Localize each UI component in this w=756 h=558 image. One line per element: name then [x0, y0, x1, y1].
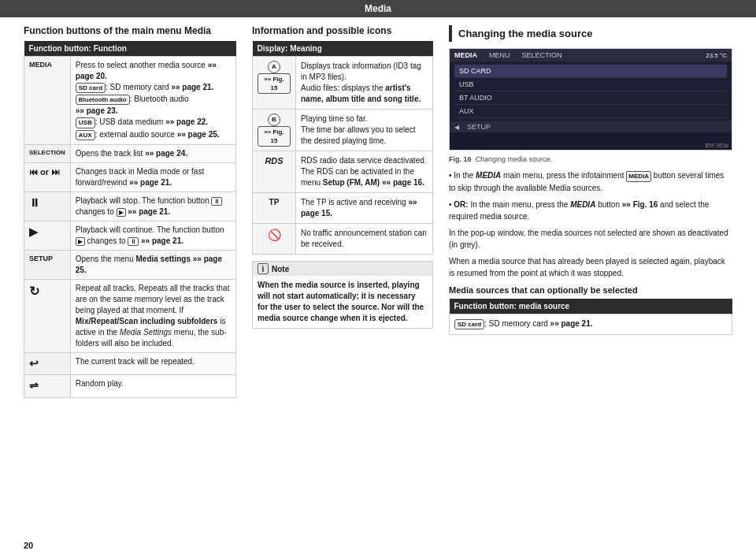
table-row: ↻ Repeat all tracks. Repeats all the tra… [24, 279, 236, 352]
display-desc-a: Displays track information (ID3 tag in M… [296, 57, 433, 110]
content-area: Function buttons of the main menu Media … [0, 25, 756, 398]
media-source-sdcard: SD card: SD memory card »» page 21. [450, 314, 732, 335]
btn-repeat-single-desc: The current track will be repeated. [70, 352, 235, 375]
function-table-header: Function button: Function [24, 41, 236, 57]
page-number: 20 [24, 541, 33, 550]
btn-prevnext-desc: Changes track in Media mode or fast forw… [70, 162, 235, 192]
media-screenshot: MEDIA MENU SELECTION 23.5 °C SD CARD USB… [449, 48, 732, 151]
btn-repeat-desc: Repeat all tracks. Repeats all the track… [70, 279, 235, 352]
table-row: ⏸ Playback will stop. The function butto… [24, 192, 236, 221]
btn-selection-label: SELECTION [24, 144, 71, 162]
ms-list-item-btaudio[interactable]: BT AUDIO [454, 91, 727, 105]
display-desc-rds: RDS radio data service deactivated. The … [296, 151, 433, 193]
display-icon-rds: RDS [253, 151, 296, 193]
display-icon-b: B »» Fig. 15 [253, 110, 296, 151]
right-section-title: Changing the media source [449, 25, 732, 42]
table-row: ↩ The current track will be repeated. [24, 352, 236, 375]
ms-body: SD CARD USB BT AUDIO AUX [450, 61, 732, 121]
body-para-1: • In the MEDIA main menu, press the info… [449, 169, 732, 194]
btn-play-label: ▶ [24, 221, 71, 250]
temperature-display: 23.5 °C [706, 52, 727, 59]
btn-media-label: MEDIA [24, 57, 71, 145]
display-desc-tp: The TP is active and receiving »» page 1… [296, 193, 433, 224]
btn-setup-desc: Opens the menu Media settings »» page 25… [70, 250, 235, 279]
note-title: Note [272, 265, 289, 273]
btn-repeat-single-label: ↩ [24, 352, 71, 375]
ms-list-item-usb[interactable]: USB [454, 78, 727, 91]
ms-back-btn[interactable]: ◀ [454, 124, 459, 131]
ms-menu-items: MEDIA MENU SELECTION [454, 51, 562, 59]
page-header: Media [0, 0, 756, 17]
right-column: Changing the media source MEDIA MENU SEL… [449, 25, 732, 398]
display-table-header: Display: Meaning [253, 41, 433, 57]
ms-setup-btn[interactable]: SETUP [467, 123, 491, 131]
btn-pause-label: ⏸ [24, 192, 71, 221]
header-title: Media [365, 3, 391, 14]
table-row: SELECTION Opens the track list »» page 2… [24, 144, 236, 162]
ms-menu-menu[interactable]: MENU [489, 51, 510, 59]
setup-label: SETUP [467, 123, 491, 131]
fig-id: B5F.063a [705, 143, 728, 148]
table-row: B »» Fig. 15 Playing time so far. The ti… [253, 110, 433, 151]
btn-shuffle-desc: Random play. [70, 375, 235, 398]
display-icon-no-traffic: 🚫 [253, 224, 296, 255]
btn-repeat-label: ↻ [24, 279, 71, 352]
media-sources-subheading: Media sources that can optionally be sel… [449, 285, 732, 295]
table-row: 🚫 No traffic announcement station can be… [253, 224, 433, 255]
display-desc-b: Playing time so far. The time bar allows… [296, 110, 433, 151]
left-column: Function buttons of the main menu Media … [24, 25, 236, 398]
note-header: i Note [253, 262, 432, 276]
table-row: ⏮ or ⏭ Changes track in Media mode or fa… [24, 162, 236, 192]
table-row: ▶ Playback will continue. The function b… [24, 221, 236, 250]
middle-section-title: Information and possible icons [252, 25, 433, 36]
media-source-table-header: Function button: media source [450, 299, 732, 314]
btn-selection-desc: Opens the track list »» page 24. [70, 144, 235, 162]
note-icon: i [258, 263, 269, 274]
table-row: SD card: SD memory card »» page 21. [450, 314, 732, 335]
btn-pause-desc: Playback will stop. The function button … [70, 192, 235, 221]
ms-bottom-bar: ◀ SETUP [450, 121, 732, 132]
note-body: When the media source is inserted, playi… [253, 276, 432, 328]
back-arrow-icon: ◀ [454, 124, 459, 131]
btn-shuffle-label: ⇌ [24, 375, 71, 398]
media-source-table: Function button: media source SD card: S… [449, 299, 732, 335]
btn-play-desc: Playback will continue. The function but… [70, 221, 235, 250]
body-para-4: When a media source that has already bee… [449, 255, 732, 279]
function-table: Function button: Function MEDIA Press to… [24, 41, 236, 398]
ms-menu-media[interactable]: MEDIA [454, 51, 477, 59]
ms-list-item-aux[interactable]: AUX [454, 105, 727, 118]
table-row: MEDIA Press to select another media sour… [24, 57, 236, 145]
ms-menu-selection[interactable]: SELECTION [522, 51, 562, 59]
btn-prevnext-label: ⏮ or ⏭ [24, 162, 71, 192]
ms-top-bar: MEDIA MENU SELECTION 23.5 °C [450, 49, 732, 61]
fig-caption: Fig. 16 Changing media source. [449, 155, 732, 163]
btn-setup-label: SETUP [24, 250, 71, 279]
table-row: RDS RDS radio data service deactivated. … [253, 151, 433, 193]
table-row: ⇌ Random play. [24, 375, 236, 398]
btn-media-desc: Press to select another media source »» … [70, 57, 235, 145]
body-para-3: In the pop-up window, the media sources … [449, 227, 732, 251]
display-icon-a: A »» Fig. 15 [253, 57, 296, 110]
table-row: TP The TP is active and receiving »» pag… [253, 193, 433, 224]
display-table: Display: Meaning A »» Fig. 15 Displays t… [252, 41, 433, 255]
page-container: Media Function buttons of the main menu … [0, 0, 756, 558]
middle-column: Information and possible icons Display: … [252, 25, 433, 398]
ms-list-item-sdcard[interactable]: SD CARD [454, 65, 727, 78]
display-desc-no-traffic: No traffic announcement station can be r… [296, 224, 433, 255]
left-section-title: Function buttons of the main menu Media [24, 25, 236, 36]
display-icon-tp: TP [253, 193, 296, 224]
body-para-2: • OR: In the main menu, press the MEDIA … [449, 199, 732, 222]
table-row: SETUP Opens the menu Media settings »» p… [24, 250, 236, 279]
note-box: i Note When the media source is inserted… [252, 261, 433, 329]
table-row: A »» Fig. 15 Displays track information … [253, 57, 433, 110]
